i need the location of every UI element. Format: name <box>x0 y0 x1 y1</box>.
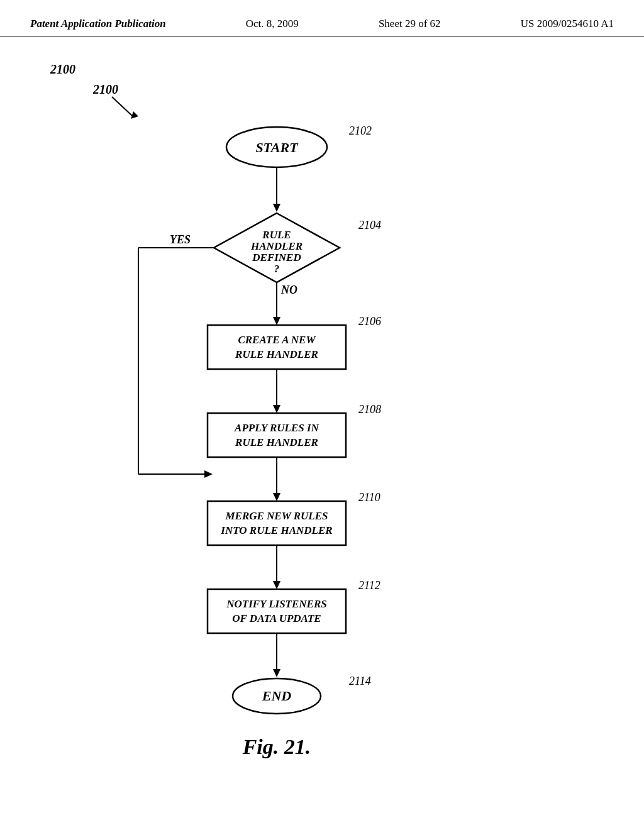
svg-text:?: ? <box>274 263 280 275</box>
svg-text:NOTIFY LISTENERS: NOTIFY LISTENERS <box>226 598 326 610</box>
svg-text:CREATE A NEW: CREATE A NEW <box>238 334 316 346</box>
svg-text:YES: YES <box>170 233 191 246</box>
svg-text:2112: 2112 <box>358 579 380 592</box>
svg-text:HANDLER: HANDLER <box>250 240 303 252</box>
patent-number-label: US 2009/0254610 A1 <box>521 18 614 30</box>
svg-rect-23 <box>208 325 346 369</box>
svg-rect-41 <box>208 589 346 633</box>
svg-text:RULE HANDLER: RULE HANDLER <box>235 348 318 360</box>
svg-marker-7 <box>273 204 280 212</box>
svg-text:START: START <box>255 140 299 155</box>
svg-text:END: END <box>262 688 292 704</box>
svg-rect-29 <box>208 413 346 457</box>
publication-label: Patent Application Publication <box>30 18 166 30</box>
svg-text:MERGE NEW RULES: MERGE NEW RULES <box>225 510 328 522</box>
sheet-label: Sheet 29 of 62 <box>379 18 441 30</box>
svg-text:Fig. 21.: Fig. 21. <box>242 735 311 758</box>
svg-marker-27 <box>273 405 280 413</box>
svg-rect-35 <box>208 501 346 545</box>
svg-text:DEFINED: DEFINED <box>252 252 301 263</box>
svg-text:RULE: RULE <box>262 229 291 241</box>
svg-text:2100: 2100 <box>92 82 118 96</box>
svg-text:INTO RULE HANDLER: INTO RULE HANDLER <box>220 524 332 536</box>
svg-text:APPLY RULES IN: APPLY RULES IN <box>234 422 319 434</box>
svg-text:2110: 2110 <box>358 491 380 504</box>
svg-text:2114: 2114 <box>349 675 371 687</box>
svg-text:RULE HANDLER: RULE HANDLER <box>235 436 318 448</box>
svg-marker-39 <box>273 581 280 589</box>
svg-marker-16 <box>273 317 280 325</box>
svg-marker-33 <box>273 493 280 501</box>
date-label: Oct. 8, 2009 <box>246 18 299 30</box>
svg-text:NO: NO <box>280 284 297 296</box>
svg-text:OF DATA UPDATE: OF DATA UPDATE <box>232 612 321 624</box>
flowchart-svg: 2100 2102 START 2104 RULE HANDLER DEFINE… <box>0 37 644 779</box>
svg-line-1 <box>112 97 132 116</box>
diagram-area: 2100 2100 2102 START 2104 RULE HANDLER D… <box>0 37 644 779</box>
svg-text:2108: 2108 <box>358 403 381 416</box>
svg-marker-45 <box>273 669 280 677</box>
svg-text:2102: 2102 <box>349 124 372 137</box>
svg-text:2104: 2104 <box>358 219 381 231</box>
page-header: Patent Application Publication Oct. 8, 2… <box>0 0 644 37</box>
svg-text:2106: 2106 <box>358 315 381 328</box>
svg-marker-21 <box>204 470 213 478</box>
